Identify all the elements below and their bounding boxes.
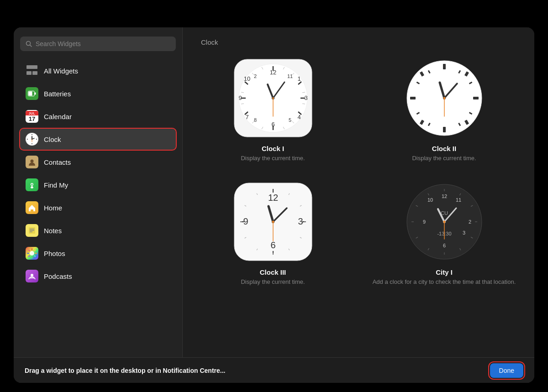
widget-name-clock-iii: Clock III <box>241 268 305 276</box>
svg-point-144 <box>443 221 445 223</box>
svg-point-14 <box>31 160 34 163</box>
widget-preview-city-i: 12 2 3 6 9 10 11 CU -13:30 <box>403 181 485 263</box>
svg-text:9: 9 <box>238 94 242 101</box>
svg-text:10: 10 <box>243 75 250 82</box>
widgets-grid: 12 1 3 4 6 7 9 10 11 5 8 2 <box>201 57 516 286</box>
sidebar-item-batteries[interactable]: Batteries <box>20 83 176 104</box>
sidebar-item-home[interactable]: Home <box>20 197 176 218</box>
footer: Drag a widget to place it on the desktop… <box>14 357 534 383</box>
done-button[interactable]: Done <box>490 363 523 378</box>
batteries-icon <box>26 87 38 100</box>
widget-preview-clock-i: 12 1 3 4 6 7 9 10 11 5 8 2 <box>232 57 314 139</box>
sidebar-item-contacts[interactable]: Contacts <box>20 152 176 172</box>
findmy-icon <box>26 178 38 191</box>
main-container: Search Widgets All Widgets <box>14 27 534 383</box>
sidebar-label-batteries: Batteries <box>44 90 71 98</box>
home-icon <box>26 201 38 214</box>
sidebar-label-clock: Clock <box>44 136 61 143</box>
sidebar-label-photos: Photos <box>44 250 65 257</box>
svg-rect-82 <box>443 127 445 130</box>
photos-icon <box>26 247 38 260</box>
svg-text:5: 5 <box>288 117 291 123</box>
svg-text:12: 12 <box>268 193 278 203</box>
svg-text:10: 10 <box>427 197 432 203</box>
contacts-icon <box>26 156 38 168</box>
widget-preview-clock-ii <box>403 57 485 139</box>
svg-point-67 <box>272 97 274 99</box>
svg-text:9: 9 <box>243 216 248 226</box>
search-container[interactable]: Search Widgets <box>20 37 176 51</box>
svg-point-117 <box>272 221 274 223</box>
svg-point-16 <box>32 184 33 185</box>
svg-text:11: 11 <box>287 73 292 79</box>
sidebar-label-calendar: Calendar <box>44 113 72 120</box>
search-placeholder: Search Widgets <box>36 40 81 47</box>
sidebar-item-findmy[interactable]: Find My <box>20 174 176 195</box>
widget-label-clock-i: Clock I Display the current time. <box>241 145 305 162</box>
widget-desc-clock-i: Display the current time. <box>241 154 305 162</box>
svg-text:4: 4 <box>297 114 300 120</box>
svg-text:11: 11 <box>455 197 461 203</box>
widget-item-city-i[interactable]: 12 2 3 6 9 10 11 CU -13:30 <box>372 181 516 286</box>
svg-text:8: 8 <box>253 117 256 123</box>
widget-label-city-i: City I Add a clock for a city to check t… <box>373 268 516 286</box>
main-content: Clock <box>183 27 534 357</box>
svg-rect-4 <box>35 93 36 95</box>
all-widgets-icon <box>26 64 38 77</box>
svg-text:6: 6 <box>270 240 275 250</box>
sidebar-label-all-widgets: All Widgets <box>44 67 78 75</box>
svg-text:2: 2 <box>468 219 471 225</box>
sidebar-label-findmy: Find My <box>44 181 68 189</box>
widget-item-clock-i[interactable]: 12 1 3 4 6 7 9 10 11 5 8 2 <box>201 57 345 162</box>
notes-icon <box>26 224 38 237</box>
svg-rect-85 <box>412 98 416 99</box>
sidebar-item-all-widgets[interactable]: All Widgets <box>20 60 176 81</box>
svg-text:7: 7 <box>245 114 248 120</box>
page-title: Clock <box>201 38 516 46</box>
svg-text:6: 6 <box>443 243 445 248</box>
svg-line-1 <box>30 45 32 47</box>
sidebar: Search Widgets All Widgets <box>14 27 183 357</box>
widget-name-clock-ii: Clock II <box>412 145 476 152</box>
search-icon <box>26 41 32 47</box>
svg-point-92 <box>443 97 445 99</box>
widget-item-clock-iii[interactable]: 12 3 6 9 <box>201 181 345 286</box>
svg-text:3: 3 <box>462 230 465 235</box>
svg-text:12: 12 <box>441 193 447 199</box>
widget-desc-city-i: Add a clock for a city to check the time… <box>373 278 516 286</box>
svg-point-22 <box>31 274 33 277</box>
widget-preview-clock-iii: 12 3 6 9 <box>232 181 314 263</box>
sidebar-item-notes[interactable]: Notes <box>20 220 176 241</box>
svg-text:12: 12 <box>269 69 276 76</box>
calendar-day: 17 <box>29 116 35 122</box>
sidebar-label-contacts: Contacts <box>44 158 71 166</box>
svg-text:3: 3 <box>304 94 307 101</box>
sidebar-item-photos[interactable]: Photos <box>20 243 176 264</box>
sidebar-item-clock[interactable]: Clock <box>20 129 176 150</box>
clock-icon <box>26 133 38 146</box>
widget-name-city-i: City I <box>373 268 516 276</box>
widget-label-clock-iii: Clock III Display the current time. <box>241 268 305 286</box>
svg-text:6: 6 <box>271 121 274 128</box>
widget-desc-clock-ii: Display the current time. <box>412 154 476 162</box>
sidebar-item-calendar[interactable]: JUL 17 Calendar <box>20 106 176 127</box>
widget-item-clock-ii[interactable]: Clock II Display the current time. <box>372 57 516 162</box>
svg-rect-3 <box>29 92 32 96</box>
widget-label-clock-ii: Clock II Display the current time. <box>412 145 476 162</box>
podcasts-icon <box>26 270 38 282</box>
svg-rect-79 <box>473 98 476 99</box>
sidebar-label-notes: Notes <box>44 227 62 235</box>
svg-point-21 <box>30 251 34 256</box>
footer-drag-text: Drag a widget to place it on the desktop… <box>25 367 225 374</box>
sidebar-label-home: Home <box>44 204 62 212</box>
svg-rect-69 <box>443 64 446 69</box>
calendar-icon: JUL 17 <box>26 110 38 123</box>
widget-desc-clock-iii: Display the current time. <box>241 278 305 286</box>
svg-text:2: 2 <box>253 73 256 79</box>
calendar-month: JUL <box>26 111 38 115</box>
svg-text:1: 1 <box>297 75 300 82</box>
svg-text:3: 3 <box>298 216 303 226</box>
widget-name-clock-i: Clock I <box>241 145 305 152</box>
search-box[interactable]: Search Widgets <box>20 37 176 51</box>
sidebar-item-podcasts[interactable]: Podcasts <box>20 266 176 287</box>
